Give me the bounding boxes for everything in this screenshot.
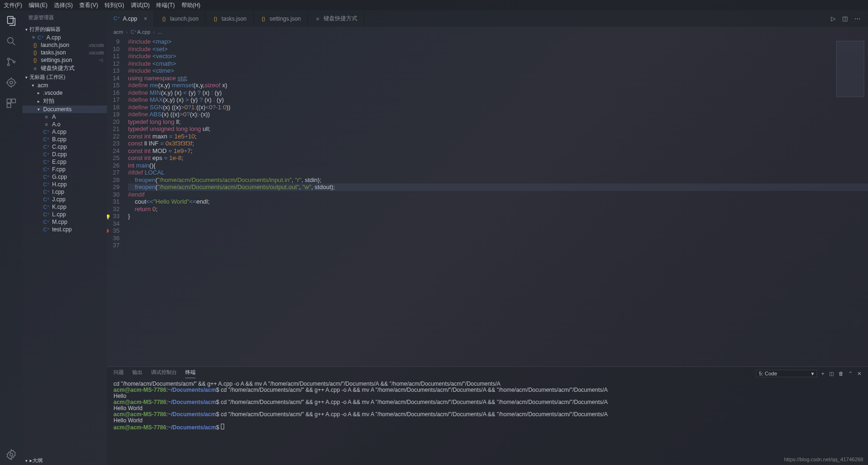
line-number[interactable]: 31 <box>107 198 120 206</box>
menu-debug[interactable]: 调试(D) <box>131 1 150 9</box>
line-number[interactable]: 30 <box>107 191 120 198</box>
split-icon[interactable]: ◫ <box>842 15 848 22</box>
code-line[interactable]: #define ABS(x) ((x)>0?(x):-(x)) <box>128 111 868 118</box>
line-number[interactable]: 15 <box>107 82 120 89</box>
editor-tab[interactable]: {}launch.json <box>154 10 206 27</box>
code-line[interactable]: #define MIN(x,y) (x) < (y) ? (x) : (y) <box>128 89 868 97</box>
menu-help[interactable]: 帮助(H) <box>181 1 201 9</box>
line-number[interactable]: 36 <box>107 235 120 242</box>
terminal-output[interactable]: cd "/home/acm/Documents/acm/" && g++ A.c… <box>107 380 868 465</box>
code-line[interactable]: } <box>128 213 868 220</box>
line-number[interactable]: 23 <box>107 140 120 147</box>
panel-tab[interactable]: 输出 <box>132 369 143 378</box>
code-line[interactable]: #include <set> <box>128 46 868 53</box>
more-icon[interactable]: ⋯ <box>854 15 860 22</box>
open-editor-item[interactable]: {}settings.json~/. <box>23 56 107 64</box>
close-icon[interactable]: × <box>32 34 35 41</box>
code-line[interactable]: #ifdef LOCAL <box>128 169 868 176</box>
line-number[interactable]: 25 <box>107 154 120 162</box>
line-number[interactable]: 10 <box>107 46 120 53</box>
file-tree-item[interactable]: C⁺A.cpp <box>23 128 107 136</box>
line-number[interactable]: 18 <box>107 104 120 111</box>
breadcrumb[interactable]: acm›C⁺A.cpp›... <box>107 27 868 37</box>
maximize-panel-icon[interactable]: ⌃ <box>848 371 853 377</box>
panel-tab[interactable]: 终端 <box>185 369 196 378</box>
line-number[interactable]: 9 <box>107 38 120 46</box>
editor-tab[interactable]: C⁺A.cpp× <box>107 10 154 27</box>
line-number[interactable]: 27 <box>107 169 120 176</box>
file-tree-item[interactable]: C⁺M.cpp <box>23 218 107 226</box>
file-tree-item[interactable]: ▸对拍 <box>23 97 107 106</box>
gutter[interactable]: 9101112131415161718192021222324252627282… <box>107 37 128 366</box>
menu-edit[interactable]: 编辑(E) <box>29 1 47 9</box>
trash-icon[interactable]: 🗑 <box>838 371 844 376</box>
code-line[interactable]: using namespace std; <box>128 75 868 82</box>
debug-icon[interactable] <box>6 77 17 88</box>
outline-header[interactable]: ▸ 大纲 <box>23 456 107 465</box>
menu-file[interactable]: 文件(F) <box>4 1 22 9</box>
file-tree-item[interactable]: ▾Documents <box>23 106 107 113</box>
breakpoint-icon[interactable] <box>107 229 109 233</box>
code-line[interactable]: freopen("/home/acm/Documents/acm/Documen… <box>128 176 868 184</box>
workspace-header[interactable]: 无标题 (工作区) <box>23 73 107 82</box>
menu-terminal[interactable]: 终端(T) <box>156 1 174 9</box>
search-icon[interactable] <box>6 36 17 47</box>
file-tree-item[interactable]: C⁺C.cpp <box>23 143 107 151</box>
code-line[interactable]: const ll INF = 0x3f3f3f3f; <box>128 140 868 147</box>
open-editor-item[interactable]: ×C⁺A.cpp <box>23 34 107 41</box>
menu-select[interactable]: 选择(S) <box>54 1 73 9</box>
code-content[interactable]: #include <map>#include <set>#include <ve… <box>128 37 868 366</box>
file-tree-item[interactable]: ▾acm <box>23 82 107 89</box>
file-tree-item[interactable]: C⁺L.cpp <box>23 211 107 218</box>
line-number[interactable]: 26 <box>107 162 120 169</box>
code-line[interactable]: int main(){ <box>128 162 868 169</box>
settings-icon[interactable] <box>6 449 17 460</box>
terminal-select[interactable]: 5: Code <box>756 370 817 377</box>
line-number[interactable]: 12 <box>107 60 120 68</box>
panel-tab[interactable]: 调试控制台 <box>151 369 177 378</box>
file-tree-item[interactable]: C⁺E.cpp <box>23 158 107 166</box>
file-tree-item[interactable]: ≡A <box>23 113 107 121</box>
code-line[interactable]: #include <ctime> <box>128 67 868 75</box>
open-editor-item[interactable]: {}launch.json.vscode <box>23 41 107 49</box>
code-line[interactable]: const int MOD = 1e9+7; <box>128 147 868 155</box>
menu-view[interactable]: 查看(V) <box>79 1 98 9</box>
extensions-icon[interactable] <box>6 98 17 109</box>
editor-tab[interactable]: ≡键盘快捷方式 <box>308 10 364 27</box>
panel-tab[interactable]: 问题 <box>113 369 124 378</box>
explorer-icon[interactable] <box>6 15 17 26</box>
line-number[interactable]: 37 <box>107 242 120 249</box>
editor-body[interactable]: 9101112131415161718192021222324252627282… <box>107 37 868 366</box>
code-line[interactable]: const int maxn = 1e5+10; <box>128 133 868 140</box>
code-line[interactable]: #endif <box>128 191 868 198</box>
line-number[interactable]: 17 <box>107 96 120 104</box>
line-number[interactable]: 16 <box>107 89 120 97</box>
close-panel-icon[interactable]: ✕ <box>857 371 861 377</box>
code-line[interactable]: #define SGN(x) ((x)>0?1:((x)<0?-1:0)) <box>128 104 868 111</box>
code-line[interactable]: typedef long long ll; <box>128 118 868 126</box>
code-line[interactable]: cout<<"Hello World"<<endl; <box>128 198 868 206</box>
code-line[interactable]: #include <vector> <box>128 53 868 60</box>
file-tree-item[interactable]: C⁺J.cpp <box>23 196 107 203</box>
menu-goto[interactable]: 转到(G) <box>105 1 124 9</box>
line-number[interactable]: 💡33 <box>107 213 120 220</box>
file-tree-item[interactable]: C⁺K.cpp <box>23 203 107 211</box>
line-number[interactable]: 21 <box>107 125 120 133</box>
file-tree-item[interactable]: C⁺G.cpp <box>23 173 107 181</box>
breadcrumb-item[interactable]: C⁺A.cpp <box>130 29 150 35</box>
scm-icon[interactable] <box>6 56 17 68</box>
file-tree-item[interactable]: C⁺F.cpp <box>23 166 107 173</box>
line-number[interactable]: 22 <box>107 133 120 140</box>
line-number[interactable]: 29 <box>107 183 120 191</box>
line-number[interactable]: 34 <box>107 220 120 228</box>
editor-tab[interactable]: {}tasks.json <box>205 10 253 27</box>
code-line[interactable]: #include <map> <box>128 38 868 46</box>
split-terminal-icon[interactable]: ◫ <box>829 371 834 377</box>
editor-tab[interactable]: {}settings.json <box>254 10 308 27</box>
code-line[interactable]: typedef unsigned long long ull; <box>128 125 868 133</box>
file-tree-item[interactable]: C⁺H.cpp <box>23 181 107 188</box>
open-editor-item[interactable]: ≡键盘快捷方式 <box>23 64 107 73</box>
line-number[interactable]: 19 <box>107 111 120 118</box>
breadcrumb-item[interactable]: ... <box>158 29 162 35</box>
file-tree-item[interactable]: C⁺test.cpp <box>23 226 107 233</box>
